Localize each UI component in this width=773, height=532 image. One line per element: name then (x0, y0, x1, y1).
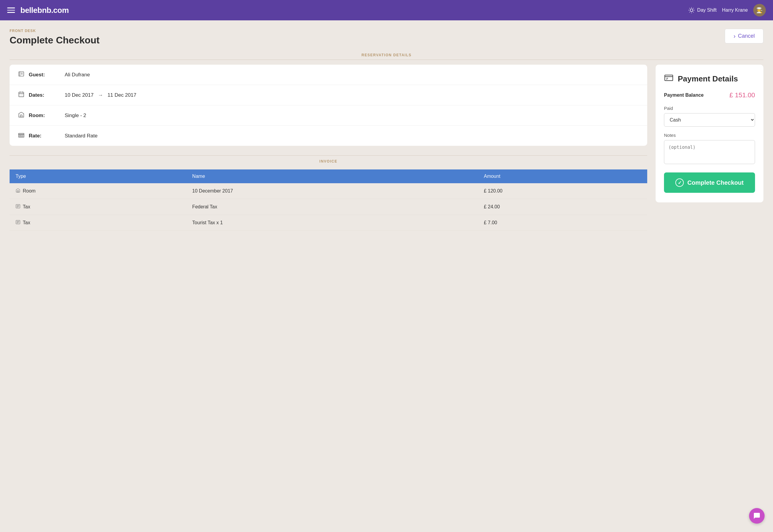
paid-select[interactable]: CashCardBank Transfer (664, 113, 755, 127)
left-column: Guest: Ali Dufrane (10, 65, 647, 231)
svg-line-4 (693, 12, 694, 12)
header-left: bellebnb.com (7, 6, 69, 15)
rate-row: Rate: Standard Rate (10, 126, 647, 146)
notes-input[interactable] (664, 140, 755, 164)
svg-point-0 (690, 9, 693, 11)
right-column: Payment Details Payment Balance £ 151.00… (656, 65, 763, 202)
invoice-amount-cell: £ 120.00 (478, 183, 647, 199)
guest-label: Guest: (29, 72, 65, 78)
type-icon (16, 188, 20, 194)
invoice-table-header: Type Name Amount (10, 169, 647, 183)
chat-icon (753, 512, 760, 519)
check-circle-icon: ✓ (675, 178, 684, 187)
sun-icon (688, 7, 695, 13)
payment-title: Payment Details (678, 74, 738, 84)
payment-header: Payment Details (664, 73, 755, 85)
page-title: Complete Checkout (10, 35, 99, 46)
app-header: bellebnb.com Day Shift Harry Krane 👨‍🍳 (0, 0, 773, 20)
cancel-label: Cancel (738, 33, 755, 39)
svg-rect-9 (19, 72, 24, 76)
col-type: Type (10, 169, 186, 183)
user-name: Harry Krane (722, 7, 748, 13)
invoice-type-cell: Room (10, 183, 186, 199)
balance-amount: £ 151.00 (729, 91, 755, 99)
col-amount: Amount (478, 169, 647, 183)
room-icon (18, 111, 29, 119)
balance-label: Payment Balance (664, 93, 704, 98)
dates-value: 10 Dec 2017 → 11 Dec 2017 (65, 92, 136, 98)
payment-balance-row: Payment Balance £ 151.00 (664, 91, 755, 99)
guest-icon (18, 71, 29, 79)
dates-label: Dates: (29, 92, 65, 98)
page-content: FRONT DESK Complete Checkout › Cancel RE… (0, 20, 773, 239)
rate-value: Standard Rate (65, 133, 98, 139)
invoice-amount-cell: £ 24.00 (478, 199, 647, 215)
page-header: FRONT DESK Complete Checkout › Cancel (10, 29, 763, 46)
invoice-amount-cell: £ 7.00 (478, 215, 647, 231)
invoice-table-row: Room 10 December 2017 £ 120.00 (10, 183, 647, 199)
dates-row: Dates: 10 Dec 2017 → 11 Dec 2017 (10, 85, 647, 105)
chevron-right-icon: › (733, 33, 736, 40)
reservation-card: Guest: Ali Dufrane (10, 65, 647, 146)
svg-line-3 (689, 8, 690, 8)
brand-logo: bellebnb.com (20, 6, 69, 15)
guest-value: Ali Dufrane (65, 72, 90, 78)
invoice-section-label: INVOICE (10, 155, 647, 166)
svg-rect-20 (20, 115, 22, 117)
paid-label: Paid (664, 106, 755, 111)
room-label: Room: (29, 113, 65, 119)
cancel-button[interactable]: › Cancel (725, 29, 763, 43)
complete-checkout-button[interactable]: ✓ Complete Checkout (664, 172, 755, 193)
svg-rect-13 (19, 92, 24, 97)
payment-icon (664, 73, 674, 85)
invoice-name-cell: Tourist Tax x 1 (186, 215, 478, 231)
col-name: Name (186, 169, 478, 183)
breadcrumb: FRONT DESK (10, 29, 99, 33)
page-title-group: FRONT DESK Complete Checkout (10, 29, 99, 46)
type-text: Room (23, 188, 36, 194)
invoice-type-cell: Tax (10, 215, 186, 231)
guest-row: Guest: Ali Dufrane (10, 65, 647, 85)
rate-icon (18, 132, 29, 140)
svg-rect-22 (19, 134, 24, 137)
invoice-table: Type Name Amount Room 10 December 2017 £… (10, 169, 647, 231)
avatar: 👨‍🍳 (753, 4, 766, 16)
svg-line-8 (693, 8, 694, 8)
chat-fab[interactable] (749, 508, 765, 524)
room-row: Room: Single - 2 (10, 105, 647, 126)
type-icon (16, 204, 20, 210)
hamburger-menu[interactable] (7, 7, 15, 13)
type-text: Tax (23, 220, 30, 225)
type-icon (16, 220, 20, 226)
complete-checkout-label: Complete Checkout (687, 179, 744, 186)
header-right: Day Shift Harry Krane 👨‍🍳 (688, 4, 766, 16)
reservation-details-section-label: RESERVATION DETAILS (10, 53, 763, 60)
svg-rect-38 (665, 75, 673, 81)
invoice-name-cell: Federal Tax (186, 199, 478, 215)
main-layout: Guest: Ali Dufrane (10, 65, 763, 231)
svg-line-7 (689, 12, 690, 12)
payment-card: Payment Details Payment Balance £ 151.00… (656, 65, 763, 202)
shift-label: Day Shift (697, 7, 717, 13)
type-text: Tax (23, 204, 30, 210)
invoice-type-cell: Tax (10, 199, 186, 215)
shift-indicator: Day Shift (688, 7, 717, 13)
calendar-icon (18, 91, 29, 99)
invoice-name-cell: 10 December 2017 (186, 183, 478, 199)
invoice-table-row: Tax Tourist Tax x 1 £ 7.00 (10, 215, 647, 231)
invoice-table-row: Tax Federal Tax £ 24.00 (10, 199, 647, 215)
notes-label: Notes (664, 133, 755, 138)
rate-label: Rate: (29, 133, 65, 139)
svg-rect-29 (17, 191, 19, 192)
room-value: Single - 2 (65, 113, 86, 119)
